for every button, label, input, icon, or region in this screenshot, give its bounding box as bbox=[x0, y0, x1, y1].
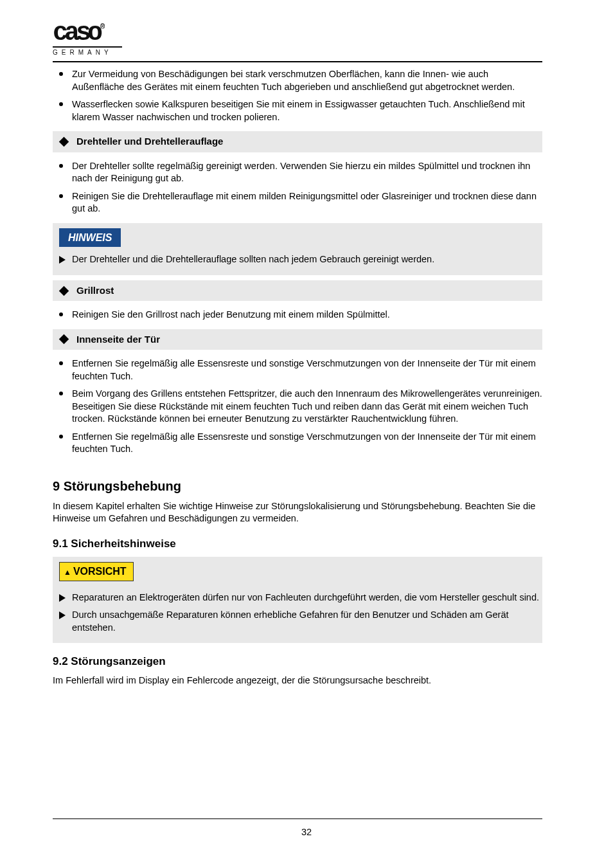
list-item: Reinigen Sie den Grillrost nach jeder Be… bbox=[53, 306, 542, 324]
list-text: Beim Vorgang des Grillens entstehen Fett… bbox=[72, 388, 542, 424]
list-text: Wasserflecken sowie Kalkspuren beseitige… bbox=[72, 99, 525, 122]
list-text: Reinigen Sie die Drehtellerauflage mit e… bbox=[72, 191, 537, 214]
list-item: Zur Vermeidung von Beschädigungen bei st… bbox=[53, 66, 542, 96]
section-drehteller-bullets: Der Drehteller sollte regelmäßig gereini… bbox=[53, 158, 542, 218]
section-title: Drehteller und Drehtellerauflage bbox=[76, 135, 223, 148]
list-text: Zur Vermeidung von Beschädigungen bei st… bbox=[72, 69, 515, 92]
diamond-icon bbox=[59, 334, 69, 345]
footer bbox=[53, 818, 542, 819]
brand-subtitle: GERMANY bbox=[53, 50, 122, 56]
paragraph: Im Fehlerfall wird im Display ein Fehler… bbox=[53, 674, 542, 687]
brand-name-text: caso bbox=[53, 19, 99, 48]
brand-name: caso® bbox=[53, 24, 122, 42]
list-item: Beim Vorgang des Grillens entstehen Fett… bbox=[53, 385, 542, 428]
section-tuer: Innenseite der Tür bbox=[53, 329, 542, 350]
list-item: Entfernen Sie regelmäßig alle Essensrest… bbox=[53, 355, 542, 385]
section-grillrost-bullets: Reinigen Sie den Grillrost nach jeder Be… bbox=[53, 306, 542, 324]
section-grillrost: Grillrost bbox=[53, 280, 542, 301]
section-title: Grillrost bbox=[76, 284, 114, 297]
list-item: Reparaturen an Elektrogeräten dürfen nur… bbox=[53, 589, 542, 607]
vorsicht-badge: VORSICHT bbox=[59, 562, 134, 581]
section-tuer-bullets: Entfernen Sie regelmäßig alle Essensrest… bbox=[53, 355, 542, 458]
section-header: Innenseite der Tür bbox=[53, 329, 542, 350]
section-header: Drehteller und Drehtellerauflage bbox=[53, 131, 542, 152]
heading-stoerungsbehebung: 9 Störungsbehebung bbox=[53, 478, 542, 495]
list-item: Wasserflecken sowie Kalkspuren beseitige… bbox=[53, 96, 542, 126]
footer-rule bbox=[53, 818, 542, 819]
list-text: Entfernen Sie regelmäßig alle Essensrest… bbox=[72, 358, 536, 381]
list-item: Der Drehteller und die Drehtellerauflage… bbox=[53, 251, 542, 269]
vorsicht-block: VORSICHT Reparaturen an Elektrogeräten d… bbox=[53, 557, 542, 643]
heading-stoerungsanzeigen: 9.2 Störungsanzeigen bbox=[53, 655, 542, 669]
page-number: 32 bbox=[0, 827, 613, 837]
hinweis-badge: HINWEIS bbox=[59, 228, 121, 248]
heading-sicherheitshinweise: 9.1 Sicherheitshinweise bbox=[53, 537, 542, 552]
section-drehteller: Drehteller und Drehtellerauflage bbox=[53, 131, 542, 152]
list-item: Durch unsachgemäße Reparaturen können er… bbox=[53, 606, 542, 637]
hinweis-points: Der Drehteller und die Drehtellerauflage… bbox=[53, 247, 542, 275]
intro-bullets: Zur Vermeidung von Beschädigungen bei st… bbox=[53, 66, 542, 126]
list-item: Entfernen Sie regelmäßig alle Essensrest… bbox=[53, 428, 542, 458]
list-item: Reinigen Sie die Drehtellerauflage mit e… bbox=[53, 188, 542, 218]
list-text: Reinigen Sie den Grillrost nach jeder Be… bbox=[72, 309, 390, 320]
section-header: Grillrost bbox=[53, 280, 542, 301]
hinweis-block: HINWEIS Der Drehteller und die Drehtelle… bbox=[53, 223, 542, 275]
diamond-icon bbox=[59, 137, 69, 147]
list-text: Der Drehteller sollte regelmäßig gereini… bbox=[72, 161, 530, 184]
section-title: Innenseite der Tür bbox=[76, 333, 160, 346]
registered-mark: ® bbox=[100, 23, 105, 32]
list-text: Durch unsachgemäße Reparaturen können er… bbox=[72, 610, 509, 633]
vorsicht-points: Reparaturen an Elektrogeräten dürfen nur… bbox=[53, 585, 542, 644]
paragraph: In diesem Kapitel erhalten Sie wichtige … bbox=[53, 500, 542, 525]
list-item: Der Drehteller sollte regelmäßig gereini… bbox=[53, 158, 542, 188]
diamond-icon bbox=[59, 285, 69, 296]
list-text: Reparaturen an Elektrogeräten dürfen nur… bbox=[72, 592, 539, 602]
header-rule bbox=[53, 61, 542, 62]
brand-logo: caso® GERMANY bbox=[53, 24, 122, 56]
list-text: Entfernen Sie regelmäßig alle Essensrest… bbox=[72, 431, 536, 455]
list-text: Der Drehteller und die Drehtellerauflage… bbox=[72, 254, 434, 264]
